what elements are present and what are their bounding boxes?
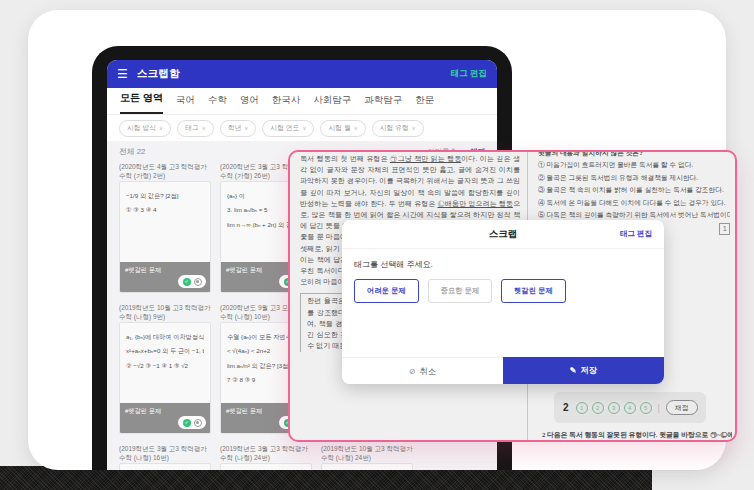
edit-tags-link[interactable]: 태그 편집: [620, 229, 652, 239]
subject-tabs: 모든 영역 국어 수학 영어 한국사 사회탐구 과학탐구 한문: [107, 88, 497, 115]
card-problem-text: a₁, {bₙ}에 대하여 이차방정식 x²+aₙx+bₙ=0 의 두 근이 −…: [120, 323, 210, 380]
card-tag: #헷갈린 문제: [226, 407, 262, 414]
scrap-overlay: 독서 행동의 첫 번째 유형은 ㉠그냥 책만 읽는 행동이다. 이는 깊은 생각…: [288, 150, 737, 442]
tab-korean-history[interactable]: 한국사: [272, 94, 301, 114]
chevron-down-icon: ∨: [354, 125, 358, 131]
modal-header: 스크랩 태그 편집: [342, 220, 664, 249]
card-title: (2019학년도 3월 고3 학력평가 수학 (나형) 24번): [220, 444, 312, 463]
tag-button-row: 어려운 문제 중요한 문제 헷갈린 문제: [354, 279, 652, 303]
answer-toggle-pill[interactable]: ✓: [178, 275, 206, 288]
card-preview[interactable]: ③ 자연수 n에 대하여 …: [220, 463, 312, 470]
card-title: (2019학년도 10월 고3 학력평가 수학 (나형) 9번): [119, 303, 211, 322]
card-preview[interactable]: 의 값은? [2점]: [119, 463, 211, 470]
save-label: 저장: [581, 365, 598, 376]
tab-all-areas[interactable]: 모든 영역: [120, 91, 163, 114]
filter-grade[interactable]: 학년∨: [220, 120, 257, 137]
chevron-down-icon: ∨: [412, 125, 416, 131]
problem-card[interactable]: (2020학년도 4월 고3 학력평가 수학 (가형) 2번) −1/9 의 값…: [119, 162, 211, 293]
screenshot-stage: ☰ 스크랩함 태그 편집 모든 영역 국어 수학 영어 한국사 사회탐구 과학탐…: [0, 0, 754, 490]
tag-difficult-button[interactable]: 어려운 문제: [354, 279, 419, 303]
eye-icon[interactable]: [194, 278, 202, 286]
problem-card[interactable]: (2019학년도 10월 고3 학력평가 수학 (나형) 24번) …: [321, 444, 413, 470]
problem-card[interactable]: (2019학년도 3월 고3 학력평가 수학 (나형) 16번) 의 값은? […: [119, 444, 211, 470]
problem-card[interactable]: (2019학년도 10월 고3 학력평가 수학 (나형) 9번) a₁, {bₙ…: [119, 303, 211, 434]
card-preview[interactable]: −1/9 의 값은? [2점] ① ③ 3 ④ 4 #헷갈린 문제 ✓: [119, 181, 211, 293]
tab-math[interactable]: 수학: [208, 94, 227, 114]
filter-exam-type[interactable]: 시험 유형∨: [372, 120, 424, 137]
filter-label: 시험 월: [328, 123, 350, 133]
answer-toggle-pill[interactable]: ✓: [178, 416, 206, 429]
chevron-down-icon: ∨: [302, 125, 306, 131]
filter-label: 학년: [228, 123, 242, 133]
save-button[interactable]: ✎ 저장: [503, 357, 664, 384]
chevron-down-icon: ∨: [202, 125, 206, 131]
total-count: 전체 22: [119, 146, 145, 157]
tag-prompt: 태그를 선택해 주세요.: [354, 259, 652, 270]
modal-title: 스크랩: [489, 228, 518, 241]
card-problem-text: …: [322, 464, 412, 470]
card-tag: #헷갈린 문제: [125, 266, 161, 273]
filter-label: 시험 방식: [127, 123, 156, 133]
modal-body: 태그를 선택해 주세요. 어려운 문제 중요한 문제 헷갈린 문제: [342, 249, 664, 313]
filter-exam-year[interactable]: 시험 연도∨: [262, 120, 314, 137]
card-preview[interactable]: a₁, {bₙ}에 대하여 이차방정식 x²+aₙx+bₙ=0 의 두 근이 −…: [119, 322, 211, 434]
eye-icon[interactable]: [194, 419, 202, 427]
cancel-button[interactable]: ⊘ 취소: [342, 357, 503, 384]
tag-confusing-button[interactable]: 헷갈린 문제: [501, 279, 566, 303]
page-title: 스크랩함: [137, 67, 180, 81]
filter-exam-method[interactable]: 시험 방식∨: [119, 120, 171, 137]
card-title: (2020학년도 4월 고3 학력평가 수학 (가형) 2번): [119, 162, 211, 181]
card-tag: #헷갈린 문제: [226, 266, 262, 273]
tab-english[interactable]: 영어: [240, 94, 259, 114]
cancel-label: 취소: [420, 366, 437, 377]
card-tag-bar: #헷갈린 문제 ✓: [120, 403, 210, 433]
scrap-modal: 스크랩 태그 편집 태그를 선택해 주세요. 어려운 문제 중요한 문제 헷갈린…: [342, 220, 664, 384]
edit-tags-link[interactable]: 태그 편집: [451, 68, 487, 80]
modal-footer: ⊘ 취소 ✎ 저장: [342, 357, 664, 384]
card-preview[interactable]: …: [321, 463, 413, 470]
chevron-down-icon: ∨: [244, 125, 248, 131]
app-header: ☰ 스크랩함 태그 편집: [107, 60, 497, 88]
tag-important-button[interactable]: 중요한 문제: [428, 279, 493, 303]
filter-chip-row: 시험 방식∨ 태그∨ 학년∨ 시험 연도∨ 시험 월∨ 시험 유형∨: [107, 115, 497, 141]
answer-check-icon[interactable]: ✓: [183, 278, 191, 286]
chevron-down-icon: ∨: [159, 125, 163, 131]
filter-label: 시험 연도: [270, 123, 299, 133]
tab-hanmun[interactable]: 한문: [415, 94, 434, 114]
card-problem-text: ③ 자연수 n에 대하여 …: [221, 464, 311, 470]
tab-science[interactable]: 과학탐구: [364, 94, 402, 114]
card-title: (2019학년도 10월 고3 학력평가 수학 (나형) 24번): [321, 444, 413, 463]
pencil-icon: ✎: [570, 366, 577, 375]
cancel-circle-icon: ⊘: [409, 367, 416, 376]
filter-exam-month[interactable]: 시험 월∨: [320, 120, 365, 137]
answer-check-icon[interactable]: ✓: [183, 419, 191, 427]
card-tag-bar: #헷갈린 문제 ✓: [120, 262, 210, 292]
filter-label: 태그: [185, 123, 199, 133]
filter-tag[interactable]: 태그∨: [177, 120, 214, 137]
card-tag: #헷갈린 문제: [125, 407, 161, 414]
filter-label: 시험 유형: [380, 123, 409, 133]
card-problem-text: 의 값은? [2점]: [120, 464, 210, 470]
hamburger-menu-icon[interactable]: ☰: [117, 68, 128, 80]
card-title: (2019학년도 3월 고3 학력평가 수학 (나형) 16번): [119, 444, 211, 463]
card-problem-text: −1/9 의 값은? [2점] ① ③ 3 ④ 4: [120, 182, 210, 225]
problem-card[interactable]: (2019학년도 3월 고3 학력평가 수학 (나형) 24번) ③ 자연수 n…: [220, 444, 312, 470]
tab-social-studies[interactable]: 사회탐구: [313, 94, 351, 114]
tab-korean[interactable]: 국어: [176, 94, 195, 114]
